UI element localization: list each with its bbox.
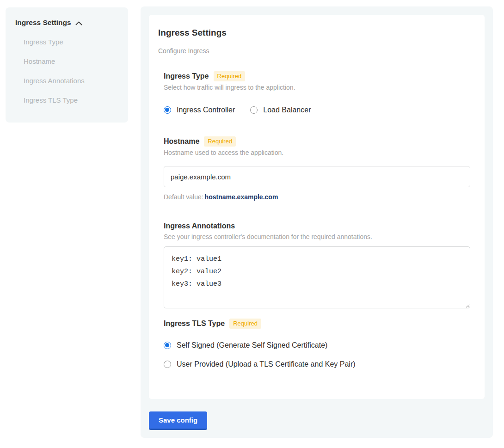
radio-label: Load Balancer: [263, 105, 311, 115]
ingress-type-radio-group: Ingress Controller Load Balancer: [164, 105, 470, 115]
field-label-row: Ingress Annotations: [164, 221, 470, 231]
default-value-text: hostname.example.com: [205, 193, 278, 201]
radio-button-icon[interactable]: [164, 106, 171, 114]
required-badge: Required: [214, 71, 246, 81]
field-label-row: Ingress TLS Type Required: [164, 319, 470, 329]
sidebar-item-ingress-tls-type[interactable]: Ingress TLS Type: [15, 96, 120, 104]
field-label-ingress-tls-type: Ingress TLS Type: [164, 319, 225, 328]
sidebar-item-list: Ingress Type Hostname Ingress Annotation…: [15, 27, 120, 104]
field-help-ingress-type: Select how traffic will ingress to the a…: [164, 84, 470, 92]
radio-option-user-provided[interactable]: User Provided (Upload a TLS Certificate …: [164, 360, 470, 369]
config-panel: Ingress Settings Configure Ingress Ingre…: [141, 6, 493, 438]
default-value-line: Default value:hostname.example.com: [164, 193, 470, 201]
required-badge: Required: [204, 136, 236, 147]
default-value-prefix: Default value:: [164, 193, 203, 201]
radio-option-ingress-controller[interactable]: Ingress Controller: [164, 105, 235, 115]
sidebar-item-hostname[interactable]: Hostname: [15, 57, 120, 66]
radio-label: Self Signed (Generate Self Signed Certif…: [177, 341, 327, 350]
field-label-ingress-type: Ingress Type: [164, 72, 209, 81]
radio-button-icon[interactable]: [164, 361, 171, 368]
field-help-ingress-annotations: See your ingress controller's documentat…: [164, 233, 470, 241]
radio-button-icon[interactable]: [250, 106, 258, 114]
page-subtitle: Configure Ingress: [158, 47, 470, 55]
ingress-annotations-textarea[interactable]: key1: value1 key2: value2 key3: value3: [164, 246, 470, 308]
chevron-up-icon[interactable]: [75, 21, 82, 25]
config-page: Ingress Settings Ingress Type Hostname I…: [0, 0, 504, 448]
field-label-ingress-annotations: Ingress Annotations: [164, 221, 235, 231]
radio-button-icon[interactable]: [164, 342, 171, 349]
radio-label: User Provided (Upload a TLS Certificate …: [177, 360, 356, 369]
section-hostname: Hostname Required Hostname used to acces…: [164, 136, 470, 201]
field-label-row: Ingress Type Required: [164, 71, 470, 81]
field-label-row: Hostname Required: [164, 136, 470, 147]
required-badge: Required: [229, 319, 261, 329]
radio-option-self-signed[interactable]: Self Signed (Generate Self Signed Certif…: [164, 341, 470, 350]
hostname-input[interactable]: [164, 166, 470, 187]
radio-option-load-balancer[interactable]: Load Balancer: [250, 105, 311, 115]
sidebar-group-title: Ingress Settings: [15, 18, 71, 27]
config-card: Ingress Settings Configure Ingress Ingre…: [149, 15, 485, 399]
sidebar-item-ingress-type[interactable]: Ingress Type: [15, 37, 120, 46]
tls-type-radio-group: Self Signed (Generate Self Signed Certif…: [164, 341, 470, 369]
sidebar-group-ingress-settings[interactable]: Ingress Settings: [15, 18, 120, 27]
field-label-hostname: Hostname: [164, 137, 199, 146]
sidebar-item-ingress-annotations[interactable]: Ingress Annotations: [15, 76, 120, 85]
save-config-button[interactable]: Save config: [149, 411, 207, 430]
page-title: Ingress Settings: [158, 27, 470, 38]
section-ingress-annotations: Ingress Annotations See your ingress con…: [164, 221, 470, 308]
section-ingress-type: Ingress Type Required Select how traffic…: [164, 71, 470, 115]
field-help-hostname: Hostname used to access the application.: [164, 149, 470, 157]
config-nav-sidebar: Ingress Settings Ingress Type Hostname I…: [6, 7, 128, 123]
section-ingress-tls-type: Ingress TLS Type Required Self Signed (G…: [164, 319, 470, 369]
radio-label: Ingress Controller: [177, 105, 235, 115]
